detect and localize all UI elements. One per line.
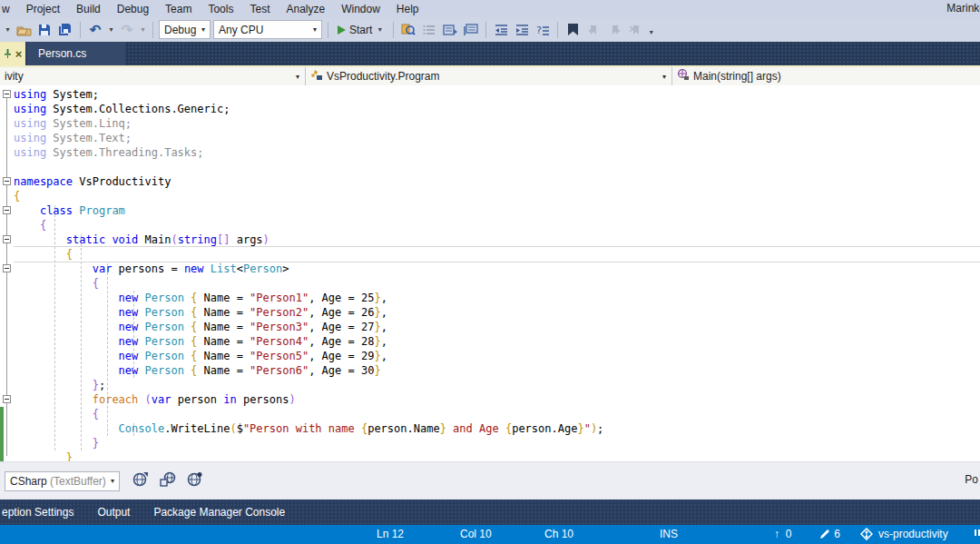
code-line[interactable]: class Program (14, 203, 980, 218)
project-dropdown[interactable]: ivity ▾ (0, 67, 306, 85)
parameter-info-icon[interactable] (462, 21, 480, 39)
globe-arrow-icon[interactable] (132, 471, 149, 490)
code-line[interactable]: new Person { Name = "Person4", Age = 28}… (14, 334, 980, 349)
next-bookmark-icon[interactable] (605, 21, 623, 39)
chevron-down-icon: ▾ (309, 25, 321, 34)
bottom-right-text: Po (965, 473, 978, 486)
comment-icon[interactable]: ? (534, 21, 552, 39)
code-line[interactable]: using System.Collections.Generic; (14, 102, 980, 116)
clear-bookmarks-icon[interactable] (626, 21, 644, 39)
toolbar-separator (152, 22, 153, 38)
toolbar-separator (80, 22, 81, 38)
pinned-tab-stub[interactable]: × (0, 42, 25, 65)
status-column-number: Col 10 (460, 528, 492, 540)
code-line[interactable]: new Person { Name = "Person6", Age = 30} (14, 363, 980, 378)
bookmark-icon[interactable] (564, 21, 582, 39)
pencil-icon (819, 529, 831, 539)
fold-collapse-box[interactable] (3, 264, 11, 272)
code-line[interactable]: }; (14, 378, 980, 392)
globe-window-icon[interactable] (160, 471, 176, 490)
outline-margin (0, 85, 14, 461)
navigate-list-icon[interactable] (420, 21, 438, 39)
code-line[interactable]: } (14, 450, 980, 461)
menu-item-window[interactable]: Window (333, 1, 388, 17)
redo-icon[interactable]: ↷ (118, 21, 136, 39)
close-icon[interactable]: × (15, 48, 23, 60)
status-bar: Ln 12 Col 10 Ch 10 INS ↑ 0 6 vs-producti… (0, 525, 980, 544)
code-line[interactable]: using System.Threading.Tasks; (14, 145, 980, 160)
solution-config-combo[interactable]: Debug▾ (159, 20, 211, 39)
menu-item-w[interactable]: w (0, 1, 18, 17)
menu-item-project[interactable]: Project (18, 1, 68, 17)
menu-item-tools[interactable]: Tools (200, 1, 241, 17)
type-dropdown[interactable]: VsProductivity.Program ▾ (306, 67, 672, 85)
pin-icon[interactable] (4, 45, 12, 62)
globe-dot-icon[interactable] (187, 471, 203, 490)
fold-collapse-box[interactable] (3, 395, 11, 403)
fold-collapse-box[interactable] (3, 206, 11, 214)
code-line-current[interactable]: { (14, 247, 980, 262)
code-line[interactable]: new Person { Name = "Person5", Age = 29}… (14, 349, 980, 363)
menu-item-test[interactable]: Test (241, 1, 278, 17)
find-in-files-icon[interactable] (399, 21, 417, 39)
chevron-down-icon: ▾ (197, 25, 210, 34)
buffer-combo-suffix: (TextBuffer) (47, 475, 106, 488)
code-line[interactable]: { (14, 407, 980, 421)
code-line[interactable]: { (14, 189, 980, 203)
platform-combo[interactable]: Any CPU▾ (213, 20, 322, 39)
save-all-icon[interactable] (56, 21, 74, 39)
buffer-type-combo[interactable]: CSharp (TextBuffer) ▾ (5, 471, 120, 491)
toolbar-overflow-caret[interactable]: ▾ (4, 25, 12, 34)
open-file-icon[interactable] (15, 21, 33, 39)
tab-person-cs[interactable]: Person.cs (27, 42, 125, 65)
code-editor[interactable]: using System;using System.Collections.Ge… (0, 85, 980, 461)
menu-item-team[interactable]: Team (157, 1, 200, 17)
increase-indent-icon[interactable] (513, 21, 531, 39)
member-list-icon[interactable] (441, 21, 459, 39)
navigation-bar: ivity ▾ VsProductivity.Program ▾ Main(st… (0, 65, 980, 85)
code-line[interactable]: using System.Linq; (14, 116, 980, 131)
code-line[interactable]: foreach (var person in persons) (14, 392, 980, 407)
code-line[interactable] (14, 160, 980, 174)
toolbar-overflow-caret[interactable]: ▾ (647, 28, 655, 36)
code-line[interactable]: using System.Text; (14, 131, 980, 145)
code-line[interactable]: { (14, 218, 980, 232)
code-line[interactable]: using System; (14, 87, 980, 102)
menu-item-analyze[interactable]: Analyze (278, 1, 333, 17)
method-icon (677, 69, 690, 84)
code-line[interactable]: { (14, 276, 980, 291)
menu-item-debug[interactable]: Debug (109, 1, 157, 17)
panel-tab-package-manager-console[interactable]: Package Manager Console (153, 506, 285, 519)
code-line[interactable]: var persons = new List<Person> (14, 262, 980, 276)
panel-tab-output[interactable]: Output (97, 506, 130, 519)
edits-indicator[interactable]: 6 (819, 528, 840, 540)
start-debug-button[interactable]: Start ▾ (334, 22, 387, 38)
code-line[interactable]: static void Main(string[] args) (14, 232, 980, 247)
code-line[interactable]: namespace VsProductivity (14, 174, 980, 189)
fold-collapse-box[interactable] (3, 235, 11, 243)
menu-item-help[interactable]: Help (388, 1, 427, 17)
fold-collapse-box[interactable] (3, 90, 11, 98)
status-insert-mode: INS (660, 528, 678, 540)
code-lines: using System;using System.Collections.Ge… (14, 87, 980, 461)
undo-icon[interactable]: ↶ (86, 21, 104, 39)
fold-collapse-box[interactable] (3, 177, 11, 185)
code-line[interactable]: new Person { Name = "Person2", Age = 26}… (14, 305, 980, 320)
panel-tab-eption-settings[interactable]: eption Settings (2, 506, 74, 519)
account-name[interactable]: Marinko (946, 2, 980, 15)
redo-dropdown-caret[interactable]: ▾ (139, 25, 147, 34)
code-line[interactable]: Console.WriteLine($"Person with name {pe… (14, 421, 980, 436)
code-line[interactable]: new Person { Name = "Person1", Age = 25}… (14, 291, 980, 305)
code-line[interactable]: new Person { Name = "Person3", Age = 27}… (14, 320, 980, 334)
decrease-indent-icon[interactable] (492, 21, 510, 39)
previous-bookmark-icon[interactable] (584, 21, 603, 39)
menu-item-build[interactable]: Build (68, 1, 109, 17)
pending-changes-indicator[interactable]: ↑ 0 (774, 528, 791, 540)
undo-dropdown-caret[interactable]: ▾ (107, 25, 115, 34)
branch-indicator[interactable]: vs-productivity (860, 528, 948, 540)
code-line[interactable]: } (14, 436, 980, 450)
save-icon[interactable] (35, 21, 54, 39)
statusbar-edge-icon (975, 529, 980, 541)
class-icon (310, 69, 323, 84)
member-dropdown[interactable]: Main(string[] args) (672, 67, 980, 85)
